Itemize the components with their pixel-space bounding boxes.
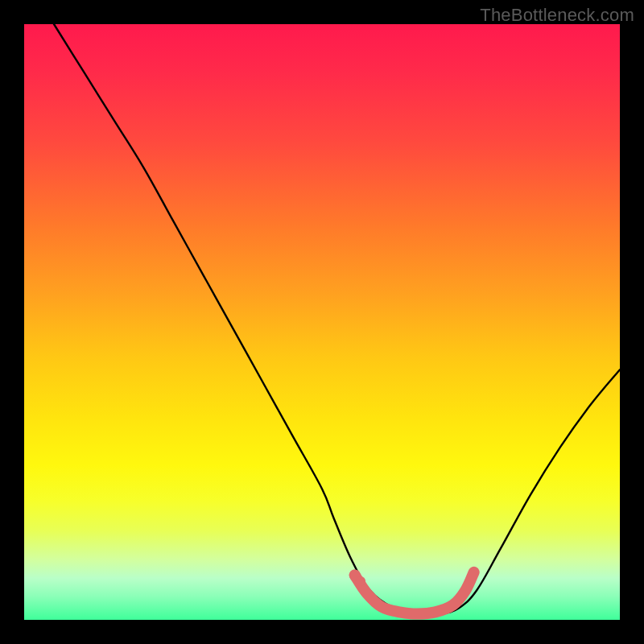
- watermark-text: TheBottleneck.com: [480, 5, 634, 26]
- chart-frame: TheBottleneck.com: [0, 0, 644, 644]
- bottleneck-curve-path: [54, 24, 620, 615]
- curve-layer: [24, 24, 620, 620]
- optimal-zone-stroke: [355, 572, 474, 614]
- plot-area: [24, 24, 620, 620]
- optimal-zone-dot: [356, 576, 365, 586]
- optimal-zone-markers: [349, 570, 474, 614]
